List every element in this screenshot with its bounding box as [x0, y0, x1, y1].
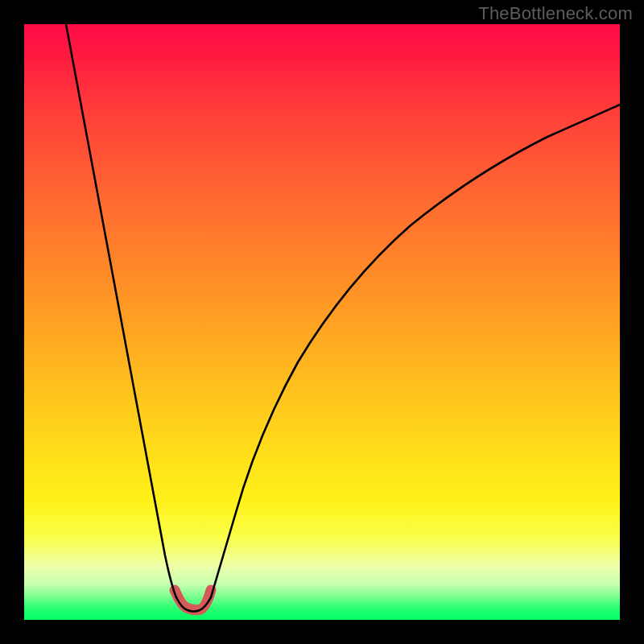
attribution-text: TheBottleneck.com	[478, 3, 633, 24]
curve-left-arm	[66, 24, 176, 597]
curve-layer	[24, 24, 620, 620]
plot-area	[24, 24, 620, 620]
chart-frame: TheBottleneck.com	[0, 0, 644, 644]
curve-right-arm	[211, 105, 620, 597]
